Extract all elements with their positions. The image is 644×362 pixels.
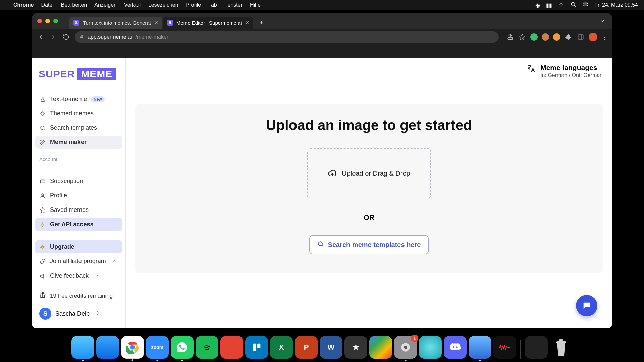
mac-dock: zoom X P W ★ 1 [67, 334, 577, 361]
back-button[interactable] [37, 33, 45, 41]
url-host: app.supermeme.ai [88, 34, 132, 40]
upload-dropzone[interactable]: Upload or Drag & Drop [307, 148, 431, 198]
spotlight-icon[interactable] [570, 1, 576, 9]
sidebar-item-profile[interactable]: Profile [35, 189, 122, 202]
window-controls [37, 19, 58, 23]
credits-label: 19 free credits remaining [50, 293, 113, 299]
menu-item[interactable]: Datei [41, 2, 53, 8]
menu-item[interactable]: Lesezeichen [148, 2, 178, 8]
sidebar-item-affiliate[interactable]: Join affiliate program ↗ [35, 255, 122, 268]
sidebar-item-text-to-meme[interactable]: Text-to-meme New [35, 93, 122, 106]
wifi-icon[interactable] [558, 1, 564, 9]
menu-item[interactable]: Profile [186, 2, 201, 8]
credits-row[interactable]: 19 free credits remaining [32, 288, 125, 303]
sidebar-item-saved[interactable]: Saved memes [35, 203, 122, 217]
profile-avatar-button[interactable] [589, 33, 597, 41]
browser-tab-active[interactable]: S Meme Editor | Supermeme.ai ✕ [163, 17, 253, 29]
dock-app-todoist[interactable] [220, 336, 243, 359]
dock-app-spotify[interactable] [196, 336, 218, 359]
extension-icon[interactable] [530, 33, 538, 41]
dock-app-imovie[interactable]: ★ [344, 336, 367, 359]
language-selector[interactable]: Meme languages In: German / Out: German [526, 64, 603, 78]
search-templates-button[interactable]: Search meme templates here [309, 235, 429, 254]
sidebar-item-label: Text-to-meme [50, 96, 87, 103]
sidebar-item-upgrade[interactable]: Upgrade [35, 240, 122, 253]
sidebar-item-api[interactable]: Get API access [35, 218, 122, 231]
menu-app-name[interactable]: Chrome [13, 2, 34, 8]
sidepanel-icon[interactable] [577, 33, 585, 41]
reload-button[interactable] [62, 33, 70, 41]
extension-icon[interactable] [553, 33, 560, 41]
sidebar-item-label: Themed memes [50, 110, 94, 117]
dock-app-quicktime[interactable] [469, 336, 491, 359]
extensions-puzzle-icon[interactable] [565, 33, 573, 41]
dock-app-trash[interactable] [550, 336, 573, 359]
sidebar-item-meme-maker[interactable]: Meme maker [35, 136, 122, 149]
browser-toolbar: app.supermeme.ai/meme-maker ⋮ [32, 29, 612, 45]
tab-close-icon[interactable]: ✕ [245, 20, 249, 25]
sidebar-item-search-templates[interactable]: Search templates [35, 121, 122, 134]
dock-app-generic[interactable] [419, 336, 442, 359]
browser-tab[interactable]: S Turn text into memes. Generat ✕ [69, 17, 162, 29]
user-menu[interactable]: S Sascha Delp [32, 303, 125, 324]
dock-app-settings[interactable]: 1 [394, 336, 417, 359]
svg-rect-17 [257, 344, 260, 348]
tab-title: Meme Editor | Supermeme.ai [176, 20, 242, 26]
menu-item[interactable]: Bearbeiten [61, 2, 87, 8]
sidebar-item-label: Profile [50, 192, 67, 199]
tab-favicon: S [167, 20, 173, 26]
minimize-window-button[interactable] [45, 19, 50, 23]
dock-app-voicememos[interactable] [493, 336, 516, 359]
tab-close-icon[interactable]: ✕ [154, 20, 158, 25]
record-icon[interactable]: ◉ [535, 2, 540, 8]
wand-icon [39, 139, 46, 146]
svg-rect-8 [40, 180, 45, 183]
battery-icon[interactable]: ▮▮ [546, 2, 552, 8]
menu-item[interactable]: Hilfe [250, 2, 261, 8]
menubar-clock[interactable]: Fr. 24. März 09:54 [594, 2, 638, 8]
dock-app-drive[interactable] [369, 336, 392, 359]
dock-app-chrome[interactable] [121, 336, 144, 359]
extension-icon[interactable] [542, 33, 549, 41]
dock-app-word[interactable]: W [320, 336, 342, 359]
logo-meme: MEME [77, 68, 116, 80]
chat-fab[interactable] [576, 295, 597, 316]
menu-item[interactable]: Tab [208, 2, 217, 8]
dock-app-powerpoint[interactable]: P [295, 336, 318, 359]
sidebar-item-feedback[interactable]: Give feedback ↗ [35, 269, 122, 282]
sidebar-section-label: Account [39, 156, 125, 162]
share-icon[interactable] [506, 33, 514, 41]
tab-overflow-icon[interactable] [599, 18, 605, 25]
dropzone-label: Upload or Drag & Drop [342, 170, 410, 177]
bookmark-icon[interactable] [518, 33, 526, 41]
card-icon [39, 178, 46, 185]
or-divider: OR [307, 213, 431, 222]
menu-item[interactable]: Fenster [224, 2, 243, 8]
dock-app-zoom[interactable]: zoom [146, 336, 169, 359]
dock-app-excel[interactable]: X [270, 336, 293, 359]
dock-app-discord[interactable] [444, 336, 467, 359]
close-window-button[interactable] [37, 19, 42, 23]
dock-app-whatsapp[interactable] [171, 336, 194, 359]
dock-app-finder[interactable] [71, 336, 94, 359]
dock-app-trello[interactable] [245, 336, 268, 359]
sidebar-item-subscription[interactable]: Subscription [35, 175, 122, 188]
app-logo[interactable]: SUPER MEME [39, 66, 114, 82]
svg-point-7 [41, 126, 44, 130]
address-bar[interactable]: app.supermeme.ai/meme-maker [75, 31, 499, 43]
forward-button[interactable] [49, 33, 57, 41]
maximize-window-button[interactable] [53, 19, 58, 23]
main-content: Meme languages In: German / Out: German … [126, 58, 612, 328]
control-center-icon[interactable] [582, 1, 588, 9]
menu-item[interactable]: Verlauf [124, 2, 141, 8]
sidebar-item-label: Join affiliate program [50, 258, 106, 265]
dock-app-safari[interactable] [96, 336, 119, 359]
new-tab-button[interactable]: + [257, 17, 267, 27]
svg-rect-21 [559, 339, 563, 341]
dock-app-recent[interactable] [525, 336, 548, 359]
menu-item[interactable]: Anzeigen [94, 2, 117, 8]
svg-point-9 [42, 194, 44, 196]
chrome-menu-icon[interactable]: ⋮ [601, 33, 607, 41]
sidebar-item-themed[interactable]: Themed memes [35, 107, 122, 120]
new-badge: New [91, 96, 105, 102]
